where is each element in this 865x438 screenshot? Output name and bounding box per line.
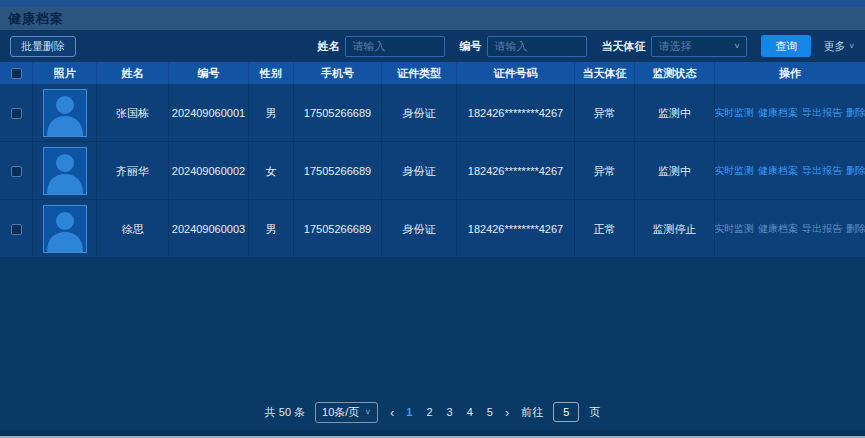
cell-vitals: 异常	[575, 84, 635, 142]
cell-vitals: 正常	[575, 200, 635, 258]
table-empty-area	[0, 258, 865, 394]
row-checkbox[interactable]	[11, 166, 22, 177]
cell-id-number: 182426********4267	[457, 84, 575, 142]
cell-status: 监测停止	[635, 200, 715, 258]
delete-link[interactable]: 删除	[846, 106, 865, 120]
cell-photo	[33, 200, 97, 258]
avatar	[43, 147, 87, 195]
goto-page-input[interactable]	[553, 402, 579, 422]
table-row: 齐丽华 202409060002 女 17505266689 身份证 18242…	[0, 142, 865, 200]
cell-actions: 实时监测 健康档案 导出报告 删除	[715, 142, 865, 200]
goto-page-label: 前往	[521, 405, 543, 420]
name-filter-label: 姓名	[317, 39, 339, 54]
cell-actions: 实时监测 健康档案 导出报告 删除	[715, 200, 865, 258]
col-id-type: 证件类型	[382, 62, 457, 84]
avatar	[43, 205, 87, 253]
row-select-cell	[0, 84, 33, 142]
col-photo: 照片	[33, 62, 97, 84]
vitals-filter-label: 当天体征	[601, 39, 645, 54]
health-record-link[interactable]: 健康档案	[758, 106, 798, 120]
vitals-select-placeholder: 请选择	[658, 39, 691, 54]
page-number-1[interactable]: 1	[406, 406, 412, 418]
row-select-cell	[0, 142, 33, 200]
cell-photo	[33, 142, 97, 200]
more-label: 更多	[823, 39, 845, 54]
chevron-down-icon: ∨	[848, 42, 855, 50]
health-record-link[interactable]: 健康档案	[758, 222, 798, 236]
col-id-number: 证件号码	[457, 62, 575, 84]
cell-id-type: 身份证	[382, 200, 457, 258]
cell-vitals: 异常	[575, 142, 635, 200]
person-icon	[44, 148, 86, 194]
table-header: 照片 姓名 编号 性别 手机号 证件类型 证件号码 当天体征 监测状态 操作	[0, 62, 865, 84]
cell-phone: 17505266689	[294, 84, 382, 142]
page-number-4[interactable]: 4	[467, 406, 473, 418]
delete-link[interactable]: 删除	[846, 164, 865, 178]
page-number-2[interactable]: 2	[426, 406, 432, 418]
realtime-monitor-link[interactable]: 实时监测	[715, 222, 754, 236]
page-size-select[interactable]: 10条/页 ∨	[315, 402, 378, 423]
cell-gender: 女	[249, 142, 294, 200]
row-checkbox[interactable]	[11, 224, 22, 235]
select-all-checkbox[interactable]	[11, 68, 22, 79]
prev-page-icon[interactable]: ‹	[388, 406, 396, 419]
page-title: 健康档案	[8, 10, 64, 28]
realtime-monitor-link[interactable]: 实时监测	[715, 164, 754, 178]
col-status: 监测状态	[635, 62, 715, 84]
goto-page-unit: 页	[589, 405, 600, 420]
page-number-list: 1 2 3 4 5	[406, 406, 493, 418]
code-filter-input[interactable]	[487, 36, 587, 57]
health-record-link[interactable]: 健康档案	[758, 164, 798, 178]
health-records-app: 健康档案 批量删除 姓名 编号 当天体征 请选择 ∨ 查询 更多 ∨	[0, 0, 865, 438]
export-report-link[interactable]: 导出报告	[802, 106, 842, 120]
page-size-value: 10条/页	[322, 405, 359, 420]
col-actions: 操作	[715, 62, 865, 84]
realtime-monitor-link[interactable]: 实时监测	[715, 106, 754, 120]
cell-id-number: 182426********4267	[457, 200, 575, 258]
cell-id-type: 身份证	[382, 84, 457, 142]
page-number-5[interactable]: 5	[487, 406, 493, 418]
chevron-down-icon: ∨	[734, 42, 741, 50]
chevron-down-icon: ∨	[364, 408, 371, 416]
cell-gender: 男	[249, 84, 294, 142]
cell-name: 张国栋	[97, 84, 169, 142]
header-select-all-cell	[0, 62, 33, 84]
more-button[interactable]: 更多 ∨	[823, 39, 855, 54]
toolbar: 批量删除 姓名 编号 当天体征 请选择 ∨ 查询 更多 ∨	[0, 30, 865, 62]
batch-delete-button[interactable]: 批量删除	[10, 36, 76, 57]
cell-code: 202409060003	[169, 200, 249, 258]
cell-status: 监测中	[635, 142, 715, 200]
main-content: 批量删除 姓名 编号 当天体征 请选择 ∨ 查询 更多 ∨	[0, 30, 865, 430]
col-vitals: 当天体征	[575, 62, 635, 84]
export-report-link[interactable]: 导出报告	[802, 222, 842, 236]
cell-name: 徐思	[97, 200, 169, 258]
export-report-link[interactable]: 导出报告	[802, 164, 842, 178]
pagination-bar: 共 50 条 10条/页 ∨ ‹ 1 2 3 4 5 › 前往 页	[0, 394, 865, 430]
title-bar: 健康档案	[0, 7, 865, 30]
row-checkbox[interactable]	[11, 108, 22, 119]
col-phone: 手机号	[294, 62, 382, 84]
bottom-strip	[0, 430, 865, 438]
table-row: 张国栋 202409060001 男 17505266689 身份证 18242…	[0, 84, 865, 142]
code-filter-label: 编号	[459, 39, 481, 54]
person-icon	[44, 90, 86, 136]
name-filter-input[interactable]	[345, 36, 445, 57]
cell-status: 监测中	[635, 84, 715, 142]
page-number-3[interactable]: 3	[447, 406, 453, 418]
cell-id-number: 182426********4267	[457, 142, 575, 200]
vitals-select[interactable]: 请选择 ∨	[651, 36, 747, 57]
col-code: 编号	[169, 62, 249, 84]
row-select-cell	[0, 200, 33, 258]
cell-gender: 男	[249, 200, 294, 258]
filter-group: 姓名 编号 当天体征 请选择 ∨ 查询 更多 ∨	[309, 35, 855, 57]
query-button[interactable]: 查询	[761, 35, 811, 57]
cell-name: 齐丽华	[97, 142, 169, 200]
next-page-icon[interactable]: ›	[503, 406, 511, 419]
cell-id-type: 身份证	[382, 142, 457, 200]
cell-photo	[33, 84, 97, 142]
person-icon	[44, 206, 86, 252]
delete-link[interactable]: 删除	[846, 222, 865, 236]
total-count-label: 共 50 条	[265, 405, 305, 420]
avatar	[43, 89, 87, 137]
cell-code: 202409060002	[169, 142, 249, 200]
